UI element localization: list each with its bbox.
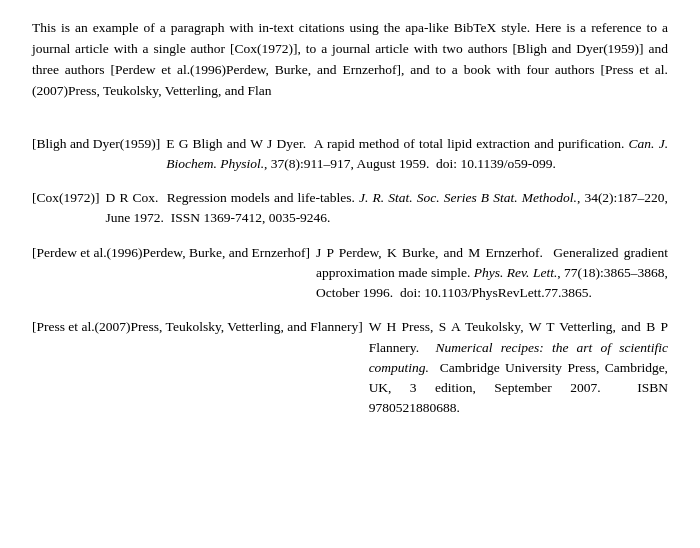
ref-label-2: [Cox(1972)] [32,188,100,208]
ref-body-2: D R Cox. Regression models and life-tabl… [106,188,669,229]
ref-journal-2: J. R. Stat. Soc. Series B Stat. Methodol… [359,190,577,205]
reference-entry-3: [Perdew et al.(1996)Perdew, Burke, and E… [32,243,668,304]
ref-body-1: E G Bligh and W J Dyer. A rapid method o… [166,134,668,175]
ref-book-title-4: Numerical recipes: the art of scientific… [369,340,668,375]
ref-label-3: [Perdew et al.(1996)Perdew, Burke, and E… [32,243,310,263]
intro-paragraph: This is an example of a paragraph with i… [32,18,668,102]
ref-journal-3: Phys. Rev. Lett. [474,265,558,280]
ref-journal-1: Can. J. Biochem. Physiol. [166,136,668,171]
paragraph-text: This is an example of a paragraph with i… [32,20,668,98]
ref-label-4: [Press et al.(2007)Press, Teukolsky, Vet… [32,317,363,337]
ref-label-1: [Bligh and Dyer(1959)] [32,134,160,154]
reference-entry-2: [Cox(1972)] D R Cox. Regression models a… [32,188,668,229]
reference-entry-4: [Press et al.(2007)Press, Teukolsky, Vet… [32,317,668,418]
ref-body-3: J P Perdew, K Burke, and M Ernzerhof. Ge… [316,243,668,304]
reference-entry-1: [Bligh and Dyer(1959)] E G Bligh and W J… [32,134,668,175]
references-section: [Bligh and Dyer(1959)] E G Bligh and W J… [32,134,668,419]
ref-body-4: W H Press, S A Teukolsky, W T Vetterling… [369,317,668,418]
